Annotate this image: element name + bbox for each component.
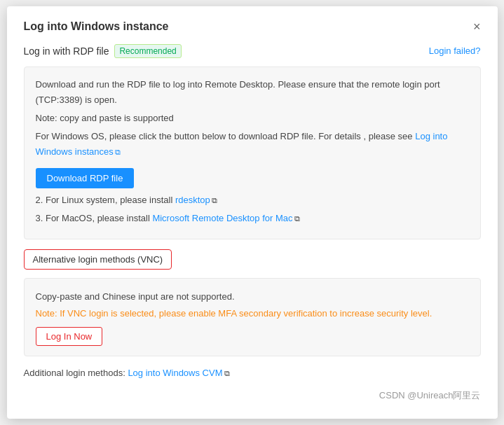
external-link-icon-4: ⧉ — [224, 369, 230, 378]
rdp-section-box: Download and run the RDP file to log int… — [24, 67, 481, 240]
log-in-now-container: Log In Now — [36, 321, 469, 346]
linux-prefix: 2. For Linux system, please install — [36, 195, 175, 205]
vnc-section-box: Copy-paste and Chinese input are not sup… — [24, 278, 481, 356]
additional-prefix: Additional login methods: — [24, 368, 128, 378]
tab-row: Log in with RDP file Recommended Login f… — [24, 44, 481, 58]
linux-item: 2. For Linux system, please install rdes… — [36, 193, 469, 208]
login-failed-link[interactable]: Login failed? — [429, 46, 481, 56]
alt-login-header: Alternative login methods (VNC) — [24, 249, 172, 270]
mac-item: 3. For MacOS, please install Microsoft R… — [36, 211, 469, 226]
external-link-icon-1: ⧉ — [115, 146, 121, 159]
watermark: CSDN @Unireach阿里云 — [24, 389, 481, 402]
download-btn-container: Download RDP file — [36, 162, 469, 193]
dialog-header: Log into Windows instance × — [24, 20, 481, 33]
vnc-note: Note: If VNC login is selected, please e… — [36, 305, 469, 321]
log-into-windows-cvm-link[interactable]: Log into Windows CVM — [128, 368, 222, 378]
close-button[interactable]: × — [473, 20, 481, 33]
tab-left: Log in with RDP file Recommended — [24, 44, 182, 58]
download-rdp-button[interactable]: Download RDP file — [36, 168, 135, 188]
recommended-badge: Recommended — [114, 44, 181, 58]
mac-prefix: 3. For MacOS, please install — [36, 213, 153, 223]
external-link-icon-2: ⧉ — [212, 194, 217, 207]
alt-login-header-container: Alternative login methods (VNC) — [24, 249, 481, 278]
rdp-tab-label[interactable]: Log in with RDP file — [24, 46, 109, 57]
microsoft-remote-desktop-link[interactable]: Microsoft Remote Desktop for Mac — [152, 213, 292, 223]
rdp-line2: Note: copy and paste is supported — [36, 111, 469, 126]
rdp-line1: Download and run the RDP file to log int… — [36, 77, 469, 108]
additional-row: Additional login methods: Log into Windo… — [24, 368, 481, 378]
rdp-line3: For Windows OS, please click the button … — [36, 129, 469, 160]
rdp-line3-prefix: For Windows OS, please click the button … — [36, 131, 416, 141]
log-in-now-button[interactable]: Log In Now — [36, 327, 103, 346]
vnc-line1: Copy-paste and Chinese input are not sup… — [36, 288, 469, 305]
dialog-container: Log into Windows instance × Log in with … — [7, 6, 498, 419]
external-link-icon-3: ⧉ — [294, 212, 300, 225]
rdesktop-link[interactable]: rdesktop — [175, 195, 210, 205]
dialog-title: Log into Windows instance — [24, 20, 169, 33]
